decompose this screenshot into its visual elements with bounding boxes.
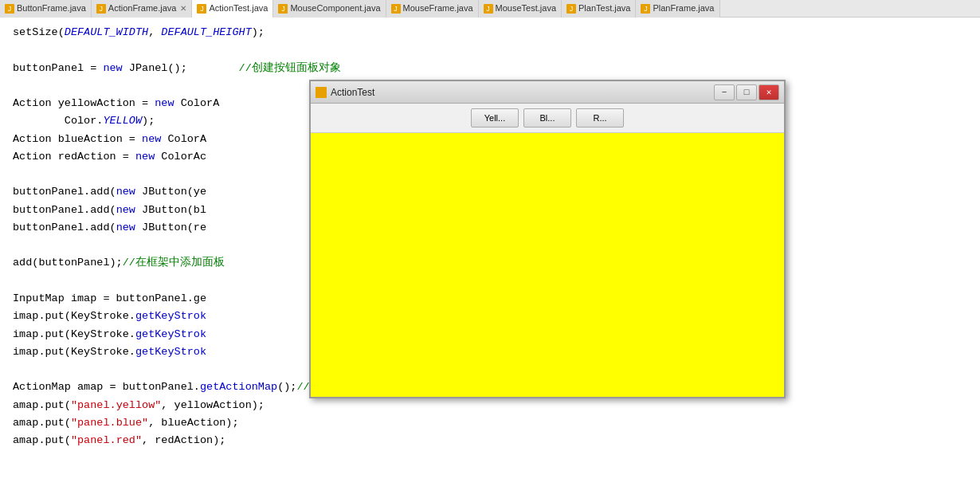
code-line-blank-1	[13, 41, 967, 59]
code-line-amap-blue: amap.put("panel.blue", blueAction);	[13, 414, 967, 432]
tab-label-mousetest: MouseTest.java	[496, 1, 556, 16]
java-window: ActionTest − □ ✕ Yell... Bl... R...	[309, 80, 786, 398]
tab-icon-planframe: J	[641, 4, 650, 14]
tab-buttonframe[interactable]: J ButtonFrame.java	[0, 0, 92, 18]
tab-label-buttonframe: ButtonFrame.java	[17, 1, 86, 16]
tab-icon-plantest: J	[566, 4, 576, 14]
tab-label-planframe: PlanFrame.java	[653, 1, 714, 16]
java-window-title: ActionTest	[331, 87, 714, 98]
tab-icon-mouseframe: J	[391, 4, 401, 14]
tab-icon-buttonframe: J	[5, 4, 14, 14]
tab-planframe[interactable]: J PlanFrame.java	[636, 0, 719, 18]
minimize-button[interactable]: −	[714, 84, 735, 100]
code-line-buttonpanel: buttonPanel = new JPanel(); //创建按钮面板对象	[13, 60, 967, 77]
tab-icon-mousecomponent: J	[278, 4, 288, 14]
java-window-controls: − □ ✕	[714, 84, 779, 100]
red-button[interactable]: R...	[576, 108, 624, 127]
close-button[interactable]: ✕	[759, 84, 779, 100]
tab-close-actionframe[interactable]: ✕	[180, 2, 186, 15]
tab-icon-actionframe: J	[96, 4, 106, 14]
tab-label-actiontest: ActionTest.java	[209, 1, 268, 16]
tab-label-actionframe: ActionFrame.java	[108, 1, 177, 16]
tab-label-mousecomponent: MouseComponent.java	[290, 1, 380, 16]
tab-mousetest[interactable]: J MouseTest.java	[479, 0, 562, 18]
java-yellow-area	[311, 133, 784, 397]
java-button-row: Yell... Bl... R...	[311, 104, 784, 133]
tab-label-plantest: PlanTest.java	[578, 1, 630, 16]
java-titlebar: ActionTest − □ ✕	[311, 81, 784, 104]
tab-actionframe[interactable]: J ActionFrame.java ✕	[92, 0, 193, 18]
tab-mousecomponent[interactable]: J MouseComponent.java	[273, 0, 386, 18]
java-titlebar-icon	[316, 87, 327, 98]
blue-button[interactable]: Bl...	[523, 108, 571, 127]
tab-bar: J ButtonFrame.java J ActionFrame.java ✕ …	[0, 0, 980, 18]
yellow-button[interactable]: Yell...	[471, 108, 519, 127]
tab-mouseframe[interactable]: J MouseFrame.java	[386, 0, 479, 18]
tab-label-mouseframe: MouseFrame.java	[403, 1, 473, 16]
tab-actiontest[interactable]: J ActionTest.java	[192, 0, 273, 18]
code-line-1: setSize(DEFAULT_WIDTH, DEFAULT_HEIGHT);	[13, 24, 967, 41]
maximize-button[interactable]: □	[736, 84, 757, 100]
code-line-amap-red: amap.put("panel.red", redAction);	[13, 432, 967, 449]
code-line-amap-yellow: amap.put("panel.yellow", yellowAction);	[13, 397, 967, 414]
tab-icon-actiontest: J	[197, 4, 206, 14]
java-content: Yell... Bl... R...	[311, 104, 784, 397]
tab-icon-mousetest: J	[484, 4, 493, 14]
tab-plantest[interactable]: J PlanTest.java	[562, 0, 636, 18]
